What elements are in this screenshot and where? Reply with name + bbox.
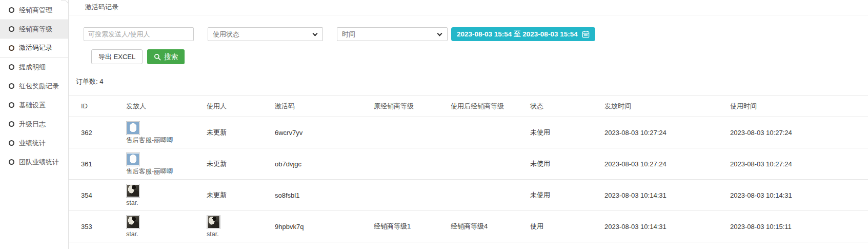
user-cell: 未更新 (194, 117, 263, 148)
time-select-value: 时间 (342, 30, 355, 38)
status-cell: 未使用 (518, 148, 592, 180)
sender-cell: 售后客服-丽唧唧 (114, 117, 194, 148)
after-level-cell (438, 148, 518, 180)
issue-time-cell: 2023-08-03 10:27:24 (592, 117, 718, 148)
status-cell: 使用 (518, 211, 592, 242)
status-cell: 未使用 (518, 117, 592, 148)
sidebar-menu: 经销商管理经销商等级激活码记录提成明细红包奖励记录基础设置升级日志业绩统计团队业… (0, 0, 69, 249)
sidebar-item-label: 激活码记录 (19, 43, 52, 52)
radio-circle-icon (9, 140, 14, 146)
after-level-cell (438, 180, 518, 211)
radio-circle-icon (9, 7, 14, 13)
original-level-cell (361, 117, 438, 148)
main-content: 激活码记录 使用状态 时间 2023-08-03 15:54 至 2023-08… (69, 0, 868, 249)
photo-avatar (126, 184, 140, 198)
magnifier-icon (154, 53, 161, 61)
after-level-cell (438, 117, 518, 148)
issue-time-cell: 2023-08-03 10:27:24 (592, 148, 718, 180)
sidebar-item[interactable]: 团队业绩统计 (0, 152, 68, 171)
sidebar-item-label: 团队业绩统计 (19, 158, 59, 167)
column-header: 使用时间 (718, 95, 868, 117)
person-name: 售后客服-丽唧唧 (126, 168, 173, 175)
activation-code-cell: ob7dvjgc (263, 148, 361, 180)
table-row: 361售后客服-丽唧唧未更新ob7dvjgc未使用2023-08-03 10:2… (69, 148, 868, 180)
order-count: 订单数: 4 (76, 77, 868, 86)
search-input[interactable] (84, 27, 194, 41)
radio-circle-icon (9, 159, 14, 165)
user-cell: star. (194, 211, 263, 242)
time-select[interactable]: 时间 (337, 27, 448, 41)
user-cell: 未更新 (194, 148, 263, 180)
column-header: 原经销商等级 (361, 95, 438, 117)
after-level-cell: 经销商等级4 (438, 211, 518, 242)
person: star. (126, 215, 140, 238)
original-level-cell (361, 148, 438, 180)
person-name: 售后客服-丽唧唧 (126, 137, 173, 144)
original-level-cell (361, 180, 438, 211)
sender-cell: star. (114, 180, 194, 211)
status-cell: 未使用 (518, 180, 592, 211)
default-avatar (126, 121, 140, 135)
activation-code-cell: so8fsbl1 (263, 180, 361, 211)
person: star. (126, 184, 140, 206)
status-select[interactable]: 使用状态 (208, 27, 323, 41)
activation-code-cell: 6wcrv7yv (263, 117, 361, 148)
sidebar-item-label: 经销商管理 (19, 6, 52, 15)
action-bar: 导出 EXCEL 搜索 (91, 49, 868, 64)
column-header: ID (69, 95, 114, 117)
radio-circle-icon (9, 45, 14, 51)
table-row: 353star.star.9hpbvk7q经销商等级1经销商等级4使用2023-… (69, 211, 868, 242)
radio-circle-icon (9, 83, 14, 89)
activation-code-cell: 9hpbvk7q (263, 211, 361, 242)
table-header-row: ID发放人使用人激活码原经销商等级使用后经销商等级状态发放时间使用时间 (69, 95, 868, 117)
sidebar-item[interactable]: 基础设置 (0, 95, 68, 114)
photo-avatar (207, 215, 220, 229)
date-range-text: 2023-08-03 15:54 至 2023-08-03 15:54 (457, 30, 578, 39)
records-table: ID发放人使用人激活码原经销商等级使用后经销商等级状态发放时间使用时间 362售… (69, 95, 868, 242)
sidebar-item[interactable]: 提成明细 (0, 58, 68, 76)
sidebar-item[interactable]: 激活码记录 (0, 39, 68, 58)
column-header: 使用人 (194, 95, 263, 117)
sidebar-item[interactable]: 经销商管理 (0, 1, 68, 20)
default-avatar (126, 152, 140, 166)
search-button-label: 搜索 (164, 52, 178, 62)
table-row: 354star.未更新so8fsbl1未使用2023-08-03 10:14:3… (69, 180, 868, 211)
sidebar-item[interactable]: 升级日志 (0, 114, 68, 133)
sidebar-item-label: 红包奖励记录 (19, 82, 59, 91)
avatar-image (127, 122, 139, 134)
photo-avatar (126, 215, 140, 229)
person: 售后客服-丽唧唧 (126, 121, 173, 144)
person-name: star. (126, 231, 140, 238)
column-header: 激活码 (263, 95, 361, 117)
avatar-image (127, 216, 139, 228)
column-header: 使用后经销商等级 (438, 95, 518, 117)
avatar-image (127, 154, 139, 165)
date-range-button[interactable]: 2023-08-03 15:54 至 2023-08-03 15:54 (451, 27, 595, 41)
id-cell: 354 (69, 180, 114, 211)
person: star. (207, 215, 220, 238)
sidebar-item[interactable]: 业绩统计 (0, 133, 68, 152)
table-row: 362售后客服-丽唧唧未更新6wcrv7yv未使用2023-08-03 10:2… (69, 117, 868, 148)
search-button[interactable]: 搜索 (147, 49, 185, 64)
issue-time-cell: 2023-08-03 10:14:31 (592, 180, 718, 211)
avatar-image (208, 216, 219, 228)
sidebar-item[interactable]: 经销商等级 (0, 20, 68, 39)
column-header: 发放时间 (592, 95, 718, 117)
column-header: 状态 (518, 95, 592, 117)
use-time-cell: 2023-08-03 10:27:24 (718, 148, 868, 180)
issue-time-cell: 2023-08-03 10:14:31 (592, 211, 718, 242)
page-header: 激活码记录 (69, 0, 868, 15)
user-cell: 未更新 (194, 180, 263, 211)
id-cell: 361 (69, 148, 114, 180)
radio-circle-icon (9, 64, 14, 70)
export-excel-button[interactable]: 导出 EXCEL (91, 49, 143, 64)
id-cell: 353 (69, 211, 114, 242)
sidebar-item[interactable]: 红包奖励记录 (0, 76, 68, 95)
filter-bar: 使用状态 时间 2023-08-03 15:54 至 2023-08-03 15… (84, 27, 868, 41)
person-name: star. (126, 199, 140, 206)
radio-circle-icon (9, 26, 14, 32)
use-time-cell: 2023-08-03 10:15:11 (718, 211, 868, 242)
column-header: 发放人 (114, 95, 194, 117)
person-name: star. (207, 231, 220, 238)
calendar-icon (582, 30, 590, 38)
